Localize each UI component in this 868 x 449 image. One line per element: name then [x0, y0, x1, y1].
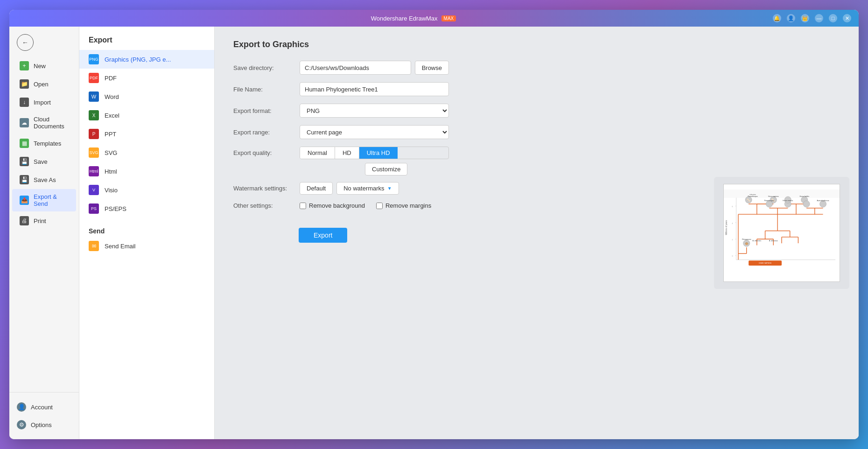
html-icon: Html: [89, 166, 99, 176]
other-settings-label: Other settings:: [233, 202, 294, 209]
quality-group: Normal HD Ultra HD: [300, 147, 449, 159]
form-section: Export to Graphics Save directory: Brows…: [215, 27, 705, 439]
sidebar-label-save-as: Save As: [34, 176, 56, 183]
excel-label: Excel: [105, 112, 119, 119]
export-item-html[interactable]: Html Html: [79, 162, 214, 181]
word-icon: W: [89, 91, 99, 102]
email-icon: ✉: [89, 241, 99, 251]
minimize-button[interactable]: —: [815, 14, 823, 22]
preview-container: Millions of years 6 4 2: [714, 177, 849, 289]
quality-normal-button[interactable]: Normal: [300, 147, 335, 159]
graphics-label: Graphics (PNG, JPG e...: [105, 56, 171, 63]
svg-point-52: [819, 201, 826, 207]
remove-background-label: Remove background: [309, 202, 365, 209]
watermark-control: Default No watermarks ▼: [300, 182, 449, 195]
remove-background-input[interactable]: [300, 203, 306, 209]
svg-rect-1: [724, 189, 840, 198]
remove-margins-checkbox[interactable]: Remove margins: [376, 202, 431, 209]
svg-text:4: 4: [732, 223, 733, 224]
svg-point-51: [803, 201, 810, 207]
cloud-icon: ☁: [20, 118, 29, 127]
save-directory-input[interactable]: [300, 61, 411, 75]
export-quality-control: Normal HD Ultra HD: [300, 147, 449, 159]
sidebar-label-new: New: [34, 63, 46, 70]
title-bar: Wondershare EdrawMax MAX 🔔 👤 👑 — □ ✕: [9, 10, 859, 27]
watermark-group: Default No watermarks ▼: [300, 182, 449, 195]
export-item-pdf[interactable]: PDF PDF: [79, 69, 214, 87]
sidebar-item-save-as[interactable]: 💾 Save As: [12, 171, 76, 189]
export-item-word[interactable]: W Word: [79, 87, 214, 106]
sidebar-item-options[interactable]: ⚙ Options: [9, 416, 79, 434]
file-name-row: File Name:: [233, 82, 686, 96]
graphics-icon: PNG: [89, 54, 99, 64]
export-format-select[interactable]: PNG JPG BMP GIF TIFF: [300, 104, 449, 118]
sidebar-item-open[interactable]: 📁 Open: [12, 75, 76, 93]
sidebar-label-import: Import: [34, 99, 51, 106]
watermark-default-button[interactable]: Default: [300, 182, 333, 195]
svg-text:2: 2: [732, 239, 733, 241]
form-title: Export to Graphics: [233, 40, 686, 49]
svg-text:Chimpanzee: Chimpanzee: [742, 239, 751, 240]
sidebar-item-import[interactable]: ↓ Import: [12, 93, 76, 111]
other-settings-group: Remove background Remove margins: [300, 202, 449, 209]
svg-text:Australopithecus: Australopithecus: [817, 200, 829, 202]
left-sidebar: ← + New 📁 Open ↓ Import ☁ Cloud Document…: [9, 27, 79, 439]
export-range-control: Current page All pages Selected pages: [300, 125, 449, 139]
send-email-item[interactable]: ✉ Send Email: [79, 237, 214, 255]
customize-button[interactable]: Customize: [365, 163, 407, 175]
ppt-label: PPT: [105, 131, 116, 138]
new-icon: +: [20, 61, 29, 70]
export-item-graphics[interactable]: PNG Graphics (PNG, JPG e...: [79, 50, 214, 69]
quality-ultrahd-button[interactable]: Ultra HD: [359, 147, 398, 159]
phylo-tree-svg: Millions of years 6 4 2: [724, 184, 840, 281]
sidebar-item-export[interactable]: 📤 Export & Send: [12, 189, 76, 211]
user-icon[interactable]: 👤: [787, 14, 795, 22]
notification-icon[interactable]: 🔔: [773, 14, 781, 22]
close-button[interactable]: ✕: [843, 14, 851, 22]
export-item-visio[interactable]: V Visio: [79, 181, 214, 199]
export-format-row: Export format: PNG JPG BMP GIF TIFF: [233, 104, 686, 118]
sidebar-item-cloud[interactable]: ☁ Cloud Documents: [12, 112, 76, 134]
export-item-excel[interactable]: X Excel: [79, 106, 214, 125]
remove-background-checkbox[interactable]: Remove background: [300, 202, 365, 209]
crown-icon[interactable]: 👑: [801, 14, 809, 22]
save-directory-control: Browse: [300, 61, 449, 75]
browse-button[interactable]: Browse: [415, 61, 449, 75]
html-label: Html: [105, 168, 117, 175]
options-icon: ⚙: [17, 420, 26, 429]
sidebar-item-new[interactable]: + New: [12, 57, 76, 75]
svg-text:Homo habilis: Homo habilis: [800, 196, 810, 197]
sidebar-bottom: 👤 Account ⚙ Options: [9, 392, 79, 439]
send-section-title: Send: [79, 224, 214, 237]
sidebar-item-save[interactable]: 💾 Save: [12, 153, 76, 170]
sidebar-nav: + New 📁 Open ↓ Import ☁ Cloud Documents …: [9, 55, 79, 392]
export-item-pseps[interactable]: PS PS/EPS: [79, 199, 214, 218]
account-icon: 👤: [17, 402, 26, 412]
export-icon: 📤: [20, 196, 29, 205]
export-quality-label: Export quality:: [233, 149, 294, 156]
back-button[interactable]: ←: [17, 34, 34, 51]
remove-margins-input[interactable]: [376, 203, 383, 209]
send-email-label: Send Email: [105, 243, 135, 250]
svg-icon: SVG: [89, 147, 99, 158]
other-settings-row: Other settings: Remove background Remove…: [233, 202, 686, 209]
export-panel: Export PNG Graphics (PNG, JPG e... PDF P…: [79, 27, 215, 439]
svg-text:Homo erectus: Homo erectus: [783, 200, 793, 202]
export-button[interactable]: Export: [299, 228, 347, 243]
export-range-select[interactable]: Current page All pages Selected pages: [300, 125, 449, 139]
watermark-label: Watermark settings:: [233, 185, 294, 192]
visio-label: Visio: [105, 187, 118, 194]
maximize-button[interactable]: □: [829, 14, 837, 22]
import-icon: ↓: [20, 98, 29, 107]
export-item-ppt[interactable]: P PPT: [79, 125, 214, 143]
watermark-select-button[interactable]: No watermarks ▼: [336, 182, 399, 195]
sidebar-item-print[interactable]: 🖨 Print: [12, 212, 76, 230]
file-name-input[interactable]: [300, 82, 449, 96]
ps-icon: PS: [89, 203, 99, 214]
export-item-svg[interactable]: SVG SVG: [79, 143, 214, 162]
open-icon: 📁: [20, 79, 29, 89]
sidebar-item-account[interactable]: 👤 Account: [9, 398, 79, 416]
sidebar-item-templates[interactable]: ▦ Templates: [12, 134, 76, 152]
quality-hd-button[interactable]: HD: [335, 147, 359, 159]
svg-text:robustus: robustus: [749, 194, 756, 196]
